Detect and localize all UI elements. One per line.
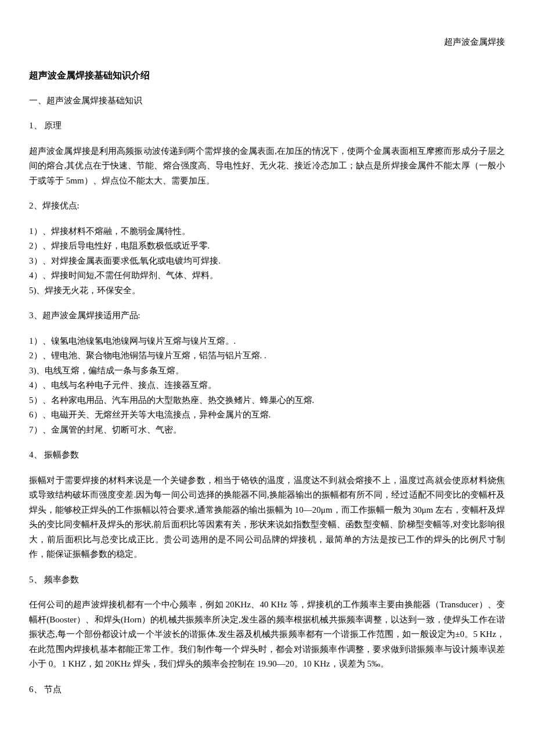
list-item: 3）、对焊接金属表面要求低,氧化或电镀均可焊接. — [29, 254, 505, 269]
section-2-list: 1）、焊接材料不熔融，不脆弱金属特性。 2）、焊接后导电性好，电阻系数极低或近乎… — [29, 224, 505, 298]
list-item: 7）、金属管的封尾、切断可水、气密。 — [29, 423, 505, 438]
section-3-heading: 3、超声波金属焊接适用产品: — [29, 308, 505, 323]
list-item: 4）、焊接时间短,不需任何助焊剂、气体、焊料。 — [29, 268, 505, 283]
list-item: 5）、名种家电用品、汽车用品的大型散热座、热交换鳍片、蜂巢心的互熔. — [29, 393, 505, 408]
list-item: 4）、电线与名种电子元件、接点、连接器互熔。 — [29, 378, 505, 393]
section-1-heading: 1、 原理 — [29, 118, 505, 134]
section-5-heading: 5、 频率参数 — [29, 573, 505, 588]
list-item: 2）、焊接后导电性好，电阻系数极低或近乎零. — [29, 239, 505, 254]
list-item: 6）、电磁开关、无熔丝开关等大电流接点，异种金属片的互熔. — [29, 408, 505, 423]
section-5-paragraph: 任何公司的超声波焊接机都有一个中心频率，例如 20KHz、40 KHz 等，焊接… — [29, 597, 505, 672]
section-1-paragraph: 超声波金属焊接是利用高频振动波传递到两个需焊接的金属表面,在加压的情况下，使两个… — [29, 144, 505, 189]
section-6-heading: 6、 节点 — [29, 682, 505, 697]
list-item: 1）、镍氢电池镍氢电池镍网与镍片互熔与镍片互熔。. — [29, 334, 505, 349]
page-title: 超声波金属焊接基础知识介绍 — [29, 67, 505, 83]
section-4-heading: 4、 振幅参数 — [29, 448, 505, 463]
section-2-heading: 2、焊接优点: — [29, 199, 505, 214]
list-item: 1）、焊接材料不熔融，不脆弱金属特性。 — [29, 224, 505, 239]
header-category: 超声波金属焊接 — [29, 35, 505, 50]
intro-heading: 一、超声波金属焊接基础知识 — [29, 93, 505, 109]
list-item: 5)、焊接无火花，环保安全。 — [29, 283, 505, 298]
section-4-paragraph: 振幅对于需要焊接的材料来说是一个关键参数，相当于铬铁的温度，温度达不到就会熔接不… — [29, 473, 505, 562]
section-3-list: 1）、镍氢电池镍氢电池镍网与镍片互熔与镍片互熔。. 2）、锂电池、聚合物电池铜箔… — [29, 334, 505, 438]
list-item: 3)、电线互熔，偏结成一条与多条互熔。 — [29, 363, 505, 379]
list-item: 2）、锂电池、聚合物电池铜箔与镍片互熔，铝箔与铝片互熔. . — [29, 348, 505, 363]
